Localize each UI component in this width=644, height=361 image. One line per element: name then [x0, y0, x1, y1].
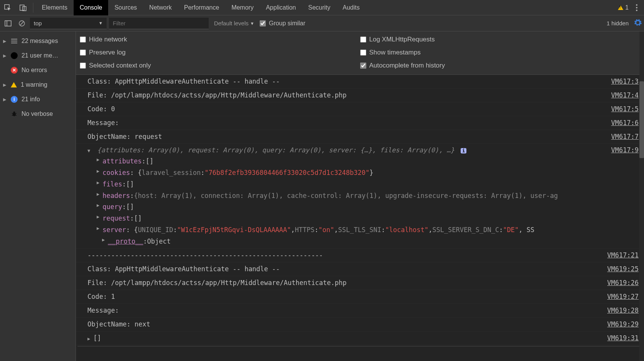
- log-line: Class: AppHttpMiddlewareAuthenticate -- …: [76, 262, 644, 276]
- expand-toggle-icon[interactable]: ▶: [102, 236, 105, 247]
- expand-arrow-icon[interactable]: ▶: [3, 53, 7, 58]
- setting-checkbox[interactable]: Preserve log: [80, 46, 360, 59]
- source-link[interactable]: VM617:9: [603, 145, 639, 156]
- gear-icon[interactable]: [634, 19, 642, 28]
- setting-checkbox[interactable]: Selected context only: [80, 59, 360, 72]
- sidebar-item[interactable]: ▶1 warning: [0, 77, 76, 92]
- sidebar-item[interactable]: No verbose: [0, 107, 76, 121]
- level-label: Default levels: [214, 20, 249, 26]
- clear-console-icon[interactable]: [16, 18, 28, 29]
- expand-toggle-icon[interactable]: ▶: [97, 201, 99, 213]
- svg-line-15: [12, 115, 13, 115]
- inspect-element-icon[interactable]: [0, 0, 15, 15]
- more-menu-icon[interactable]: [632, 4, 641, 11]
- chevron-down-icon: ▼: [250, 21, 254, 26]
- tab-sources[interactable]: Sources: [108, 0, 143, 15]
- source-link[interactable]: VM617:5: [603, 104, 639, 115]
- object-summary[interactable]: {attributes: Array(0), request: Array(0)…: [97, 146, 454, 154]
- hidden-count[interactable]: 1 hidden: [606, 20, 629, 26]
- tab-elements[interactable]: Elements: [36, 0, 74, 15]
- sidebar-item[interactable]: ▶22 messages: [0, 34, 76, 48]
- filter-input[interactable]: [109, 18, 209, 29]
- sidebar-label: 21 user me…: [21, 52, 58, 59]
- checkbox-input[interactable]: [80, 63, 86, 69]
- console-output[interactable]: Class: AppHttpMiddlewareAuthenticate -- …: [76, 75, 644, 361]
- tab-console[interactable]: Console: [74, 0, 109, 15]
- setting-checkbox[interactable]: Log XMLHttpRequests: [360, 33, 641, 46]
- group-similar-input[interactable]: [260, 20, 266, 26]
- warnings-badge[interactable]: 1: [618, 4, 629, 11]
- source-link[interactable]: VM617:21: [600, 250, 639, 261]
- sidebar-item[interactable]: ✕No errors: [0, 63, 76, 77]
- setting-label: Autocomplete from history: [369, 62, 445, 69]
- source-link[interactable]: VM617:3: [603, 76, 639, 87]
- bug-icon: [11, 110, 18, 117]
- tab-performance[interactable]: Performance: [178, 0, 226, 15]
- svg-line-13: [12, 113, 13, 114]
- sidebar-item[interactable]: ▶21 user me…: [0, 48, 76, 63]
- setting-label: Log XMLHttpRequests: [369, 36, 435, 43]
- console-sidebar: ▶22 messages▶21 user me…✕No errors▶1 war…: [0, 31, 76, 361]
- log-line: Code: 0VM617:5: [76, 102, 644, 116]
- toggle-sidebar-icon[interactable]: [2, 18, 14, 29]
- warnings-count: 1: [625, 4, 629, 11]
- expand-toggle-icon[interactable]: ▶: [97, 213, 99, 224]
- expand-arrow-icon[interactable]: ▶: [3, 82, 7, 87]
- expand-toggle-icon[interactable]: ▶: [87, 336, 90, 341]
- log-object: VM617:9 ▼ {attributes: Array(0), request…: [76, 143, 644, 249]
- sidebar-item[interactable]: ▶i21 info: [0, 92, 76, 107]
- checkbox-input[interactable]: [80, 36, 86, 43]
- devtools-tab-bar: ElementsConsoleSourcesNetworkPerformance…: [0, 0, 644, 15]
- setting-checkbox[interactable]: Hide network: [80, 33, 360, 46]
- source-link[interactable]: VM619:27: [600, 291, 639, 302]
- group-similar-checkbox[interactable]: Group similar: [260, 20, 305, 27]
- expand-arrow-icon[interactable]: ▶: [3, 39, 7, 44]
- source-link[interactable]: VM617:7: [603, 131, 639, 142]
- setting-checkbox[interactable]: Autocomplete from history: [360, 59, 641, 72]
- tab-memory[interactable]: Memory: [225, 0, 260, 15]
- expand-toggle-icon[interactable]: ▶: [97, 224, 99, 236]
- console-main: Hide networkPreserve logSelected context…: [76, 31, 644, 361]
- warning-triangle-icon: [618, 5, 623, 10]
- checkbox-input[interactable]: [360, 63, 366, 69]
- source-link[interactable]: VM619:28: [600, 305, 639, 316]
- scrollbar-thumb[interactable]: [639, 81, 644, 158]
- source-link[interactable]: VM619:26: [600, 277, 639, 288]
- log-level-selector[interactable]: Default levels ▼: [211, 18, 257, 29]
- expand-toggle-icon[interactable]: ▶: [97, 190, 99, 202]
- source-link[interactable]: VM617:4: [603, 90, 639, 101]
- tab-security[interactable]: Security: [302, 0, 336, 15]
- device-toolbar-icon[interactable]: [15, 0, 31, 15]
- log-line: Code: 1VM619:27: [76, 290, 644, 304]
- sidebar-label: No verbose: [21, 110, 53, 117]
- console-toolbar: top ▼ Default levels ▼ Group similar 1 h…: [0, 15, 644, 31]
- log-line: File: /opt/lampp/htdocs/actss/app/Http/M…: [76, 89, 644, 102]
- user-icon: [11, 52, 18, 59]
- expand-toggle-icon[interactable]: ▼: [87, 148, 90, 153]
- sidebar-label: 1 warning: [21, 81, 47, 88]
- tab-application[interactable]: Application: [260, 0, 302, 15]
- context-value: top: [34, 20, 42, 26]
- log-line: Message:VM619:28: [76, 304, 644, 318]
- expand-toggle-icon[interactable]: ▶: [97, 179, 99, 190]
- expand-toggle-icon[interactable]: ▶: [97, 156, 99, 167]
- setting-checkbox[interactable]: Show timestamps: [360, 46, 641, 59]
- context-selector[interactable]: top ▼: [30, 18, 107, 29]
- source-link[interactable]: VM617:6: [603, 117, 639, 129]
- tab-network[interactable]: Network: [143, 0, 178, 15]
- setting-label: Preserve log: [89, 49, 125, 56]
- checkbox-input[interactable]: [80, 49, 86, 56]
- tab-audits[interactable]: Audits: [336, 0, 366, 15]
- svg-line-16: [15, 115, 16, 115]
- info-badge-icon[interactable]: i: [461, 148, 466, 153]
- setting-label: Show timestamps: [369, 49, 421, 56]
- checkbox-input[interactable]: [360, 49, 366, 56]
- source-link[interactable]: VM619:25: [600, 264, 639, 275]
- checkbox-input[interactable]: [360, 36, 366, 43]
- expand-toggle-icon[interactable]: ▶: [97, 167, 99, 179]
- expand-arrow-icon[interactable]: ▶: [3, 97, 7, 102]
- source-link[interactable]: VM619:31: [600, 333, 639, 344]
- source-link[interactable]: VM619:29: [600, 319, 639, 330]
- svg-point-12: [13, 112, 15, 114]
- scrollbar[interactable]: [639, 31, 644, 361]
